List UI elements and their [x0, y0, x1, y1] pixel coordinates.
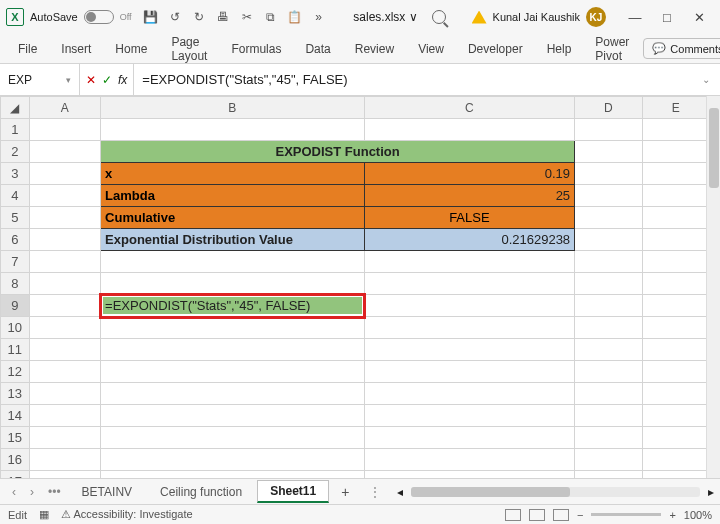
- paste-icon[interactable]: 📋: [286, 8, 304, 26]
- cell-lambda-val[interactable]: 25: [364, 185, 574, 207]
- tab-divider-icon[interactable]: ⋮: [369, 485, 381, 499]
- select-all-corner[interactable]: ◢: [1, 97, 30, 119]
- view-page-layout-icon[interactable]: [529, 509, 545, 521]
- status-mode: Edit: [8, 509, 27, 521]
- row-header[interactable]: 6: [1, 229, 30, 251]
- sheet-tab-bar: ‹ › ••• BETAINV Ceiling function Sheet11…: [0, 478, 720, 504]
- formula-bar: EXP▾ ✕ ✓ fx =EXPONDIST("Stats","45", FAL…: [0, 64, 720, 96]
- avatar[interactable]: KJ: [586, 7, 606, 27]
- status-bar: Edit ▦ ⚠ Accessibility: Investigate − + …: [0, 504, 720, 524]
- user-name: Kunal Jai Kaushik: [493, 11, 580, 23]
- worksheet-grid[interactable]: ◢ A B C D E 1 2 EXPODIST Function 3 x 0.…: [0, 96, 706, 478]
- accept-formula-icon[interactable]: ✓: [102, 73, 112, 87]
- zoom-level[interactable]: 100%: [684, 509, 712, 521]
- minimize-button[interactable]: —: [620, 5, 650, 29]
- tab-power-pivot[interactable]: Power Pivot: [585, 31, 639, 67]
- cell-cumulative-val[interactable]: FALSE: [364, 207, 574, 229]
- ribbon-tabs: File Insert Home Page Layout Formulas Da…: [0, 34, 720, 64]
- tab-data[interactable]: Data: [295, 38, 340, 60]
- save-icon[interactable]: 💾: [142, 8, 160, 26]
- row-header[interactable]: 16: [1, 449, 30, 471]
- autosave-toggle[interactable]: [84, 10, 114, 24]
- maximize-button[interactable]: □: [652, 5, 682, 29]
- zoom-out-icon[interactable]: −: [577, 509, 583, 521]
- tab-view[interactable]: View: [408, 38, 454, 60]
- redo-icon[interactable]: ↻: [190, 8, 208, 26]
- tab-home[interactable]: Home: [105, 38, 157, 60]
- tab-insert[interactable]: Insert: [51, 38, 101, 60]
- col-header-A[interactable]: A: [29, 97, 101, 119]
- name-box[interactable]: EXP▾: [0, 64, 80, 95]
- status-accessibility[interactable]: ⚠ Accessibility: Investigate: [61, 508, 193, 521]
- status-macro-icon[interactable]: ▦: [39, 508, 49, 521]
- cell-result-label[interactable]: Exponential Distribution Value: [101, 229, 365, 251]
- sheet-tab-sheet11[interactable]: Sheet11: [257, 480, 329, 503]
- excel-icon: X: [6, 8, 24, 26]
- col-header-B[interactable]: B: [101, 97, 365, 119]
- comments-button[interactable]: 💬 Comments: [643, 38, 720, 59]
- quick-access-toolbar: 💾 ↺ ↻ 🖶 ✂ ⧉ 📋 »: [142, 8, 328, 26]
- tab-file[interactable]: File: [8, 38, 47, 60]
- row-header[interactable]: 17: [1, 471, 30, 479]
- sheet-nav-next-icon[interactable]: ›: [24, 485, 40, 499]
- more-icon[interactable]: »: [310, 8, 328, 26]
- col-header-E[interactable]: E: [642, 97, 706, 119]
- row-header[interactable]: 10: [1, 317, 30, 339]
- row-header[interactable]: 8: [1, 273, 30, 295]
- cell-x-val[interactable]: 0.19: [364, 163, 574, 185]
- cell-x-label[interactable]: x: [101, 163, 365, 185]
- cell-lambda-label[interactable]: Lambda: [101, 185, 365, 207]
- row-header[interactable]: 12: [1, 361, 30, 383]
- row-header[interactable]: 9: [1, 295, 30, 317]
- formula-input[interactable]: =EXPONDIST("Stats","45", FALSE): [134, 72, 692, 87]
- title-bar: X AutoSave Off 💾 ↺ ↻ 🖶 ✂ ⧉ 📋 » sales.xls…: [0, 0, 720, 34]
- row-header[interactable]: 13: [1, 383, 30, 405]
- sheet-nav-more-icon[interactable]: •••: [42, 485, 67, 499]
- cell-title[interactable]: EXPODIST Function: [101, 141, 575, 163]
- row-header[interactable]: 5: [1, 207, 30, 229]
- horizontal-scrollbar[interactable]: ◂▸: [397, 485, 714, 499]
- add-sheet-button[interactable]: +: [331, 484, 359, 500]
- row-header[interactable]: 2: [1, 141, 30, 163]
- row-header[interactable]: 7: [1, 251, 30, 273]
- row-header[interactable]: 4: [1, 185, 30, 207]
- cut-icon[interactable]: ✂: [238, 8, 256, 26]
- tab-review[interactable]: Review: [345, 38, 404, 60]
- filename[interactable]: sales.xlsx ∨: [353, 10, 417, 24]
- zoom-slider[interactable]: [591, 513, 661, 516]
- close-button[interactable]: ✕: [684, 5, 714, 29]
- vertical-scrollbar[interactable]: [706, 96, 720, 478]
- sheet-tab-betainv[interactable]: BETAINV: [69, 481, 145, 502]
- search-icon[interactable]: [432, 10, 446, 24]
- autosave-label: AutoSave: [30, 11, 78, 23]
- row-header[interactable]: 14: [1, 405, 30, 427]
- tab-developer[interactable]: Developer: [458, 38, 533, 60]
- sheet-nav-prev-icon[interactable]: ‹: [6, 485, 22, 499]
- view-normal-icon[interactable]: [505, 509, 521, 521]
- col-header-D[interactable]: D: [575, 97, 642, 119]
- row-header[interactable]: 11: [1, 339, 30, 361]
- row-header[interactable]: 1: [1, 119, 30, 141]
- view-page-break-icon[interactable]: [553, 509, 569, 521]
- undo-icon[interactable]: ↺: [166, 8, 184, 26]
- copy-icon[interactable]: ⧉: [262, 8, 280, 26]
- print-icon[interactable]: 🖶: [214, 8, 232, 26]
- warning-icon[interactable]: [472, 11, 487, 24]
- zoom-in-icon[interactable]: +: [669, 509, 675, 521]
- row-header[interactable]: 3: [1, 163, 30, 185]
- autosave-state: Off: [120, 12, 132, 22]
- cell-result-val[interactable]: 0.21629238: [364, 229, 574, 251]
- tab-help[interactable]: Help: [537, 38, 582, 60]
- sheet-tab-ceiling[interactable]: Ceiling function: [147, 481, 255, 502]
- col-header-C[interactable]: C: [364, 97, 574, 119]
- tab-page-layout[interactable]: Page Layout: [161, 31, 217, 67]
- fx-icon[interactable]: fx: [118, 73, 127, 87]
- cell-cumulative-label[interactable]: Cumulative: [101, 207, 365, 229]
- formula-bar-expand-icon[interactable]: ⌄: [692, 74, 720, 85]
- tab-formulas[interactable]: Formulas: [221, 38, 291, 60]
- cell-B9-active[interactable]: =EXPONDIST("Stats","45", FALSE): [101, 295, 365, 317]
- row-header[interactable]: 15: [1, 427, 30, 449]
- cancel-formula-icon[interactable]: ✕: [86, 73, 96, 87]
